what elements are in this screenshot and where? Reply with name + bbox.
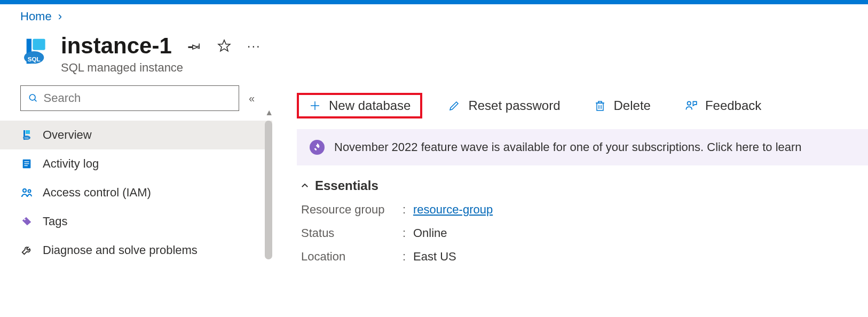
toolbar-label: New database	[329, 98, 411, 113]
svg-rect-1	[33, 39, 45, 50]
command-bar: New database Reset password Delete Feedb…	[297, 85, 868, 126]
search-input[interactable]	[44, 91, 232, 105]
breadcrumb-home-link[interactable]: Home	[20, 10, 52, 23]
svg-point-5	[29, 94, 35, 100]
people-icon	[20, 186, 33, 199]
breadcrumb: Home ›	[0, 4, 868, 29]
sidebar-item-label: Diagnose and solve problems	[43, 243, 198, 257]
page-title: instance-1	[61, 33, 172, 59]
sidebar-item-label: Access control (IAM)	[43, 186, 151, 200]
toolbar-label: Feedback	[705, 98, 761, 113]
svg-rect-13	[24, 163, 29, 164]
page-header: SQL instance-1 ··· SQL managed instance	[0, 29, 868, 85]
svg-text:SQL: SQL	[28, 56, 41, 62]
essentials-title: Essentials	[315, 178, 378, 193]
toolbar-label: Reset password	[468, 98, 560, 113]
sidebar-item-label: Overview	[43, 128, 92, 142]
trash-icon	[594, 99, 606, 112]
sidebar-item-overview[interactable]: SQL Overview	[0, 121, 272, 149]
main-content: New database Reset password Delete Feedb…	[272, 85, 868, 276]
search-input-container[interactable]	[20, 85, 239, 111]
sidebar-item-activity-log[interactable]: Activity log	[0, 149, 272, 178]
sidebar-item-label: Tags	[43, 215, 67, 228]
info-banner[interactable]: November 2022 feature wave is available …	[297, 129, 868, 165]
sidebar-item-diagnose[interactable]: Diagnose and solve problems	[0, 236, 272, 265]
sidebar: « ▲ SQL Overview Activity log Access co	[0, 85, 272, 276]
log-icon	[20, 157, 33, 170]
resource-group-link[interactable]: resource-group	[413, 203, 868, 217]
delete-button[interactable]: Delete	[586, 94, 658, 117]
sql-small-icon: SQL	[20, 129, 33, 141]
scroll-up-icon[interactable]: ▲	[265, 108, 273, 117]
sidebar-item-tags[interactable]: Tags	[0, 207, 272, 236]
scrollbar-thumb[interactable]	[265, 121, 272, 259]
status-label: Status	[301, 226, 403, 240]
tags-icon	[20, 215, 33, 228]
svg-point-17	[24, 219, 26, 220]
svg-rect-14	[24, 165, 27, 166]
sidebar-item-label: Activity log	[43, 157, 99, 171]
chevron-right-icon: ›	[58, 10, 62, 23]
wrench-icon	[20, 244, 33, 257]
essentials-toggle[interactable]: Essentials	[297, 178, 868, 193]
status-value: Online	[413, 226, 868, 240]
svg-rect-12	[24, 161, 29, 162]
toolbar-label: Delete	[614, 98, 651, 113]
plus-icon	[309, 99, 321, 112]
svg-text:SQL: SQL	[25, 137, 29, 139]
pencil-icon	[448, 99, 461, 112]
feedback-icon	[684, 99, 698, 113]
top-accent-bar	[0, 0, 868, 4]
collapse-sidebar-icon[interactable]: «	[249, 92, 255, 105]
pin-icon[interactable]	[187, 38, 202, 53]
svg-point-16	[28, 190, 31, 193]
essentials-section: Essentials Resource group : resource-gro…	[297, 165, 868, 276]
location-value: East US	[413, 250, 868, 264]
svg-rect-8	[26, 130, 30, 134]
resource-type-label: SQL managed instance	[61, 61, 262, 75]
feedback-button[interactable]: Feedback	[676, 94, 769, 117]
search-icon	[28, 93, 38, 104]
more-icon[interactable]: ···	[247, 38, 262, 53]
resource-group-label: Resource group	[301, 203, 403, 217]
svg-rect-20	[597, 103, 603, 110]
sql-instance-icon: SQL	[20, 36, 50, 66]
svg-point-24	[687, 101, 691, 105]
banner-text: November 2022 feature wave is available …	[334, 140, 802, 154]
svg-line-6	[35, 99, 37, 101]
sidebar-item-access-control[interactable]: Access control (IAM)	[0, 178, 272, 207]
svg-point-15	[23, 189, 26, 192]
location-label: Location	[301, 250, 403, 264]
svg-marker-4	[218, 40, 230, 51]
star-icon[interactable]	[217, 38, 232, 53]
chevron-up-icon	[300, 181, 310, 191]
reset-password-button[interactable]: Reset password	[440, 94, 567, 117]
new-database-button[interactable]: New database	[297, 93, 422, 118]
rocket-icon	[310, 140, 325, 155]
